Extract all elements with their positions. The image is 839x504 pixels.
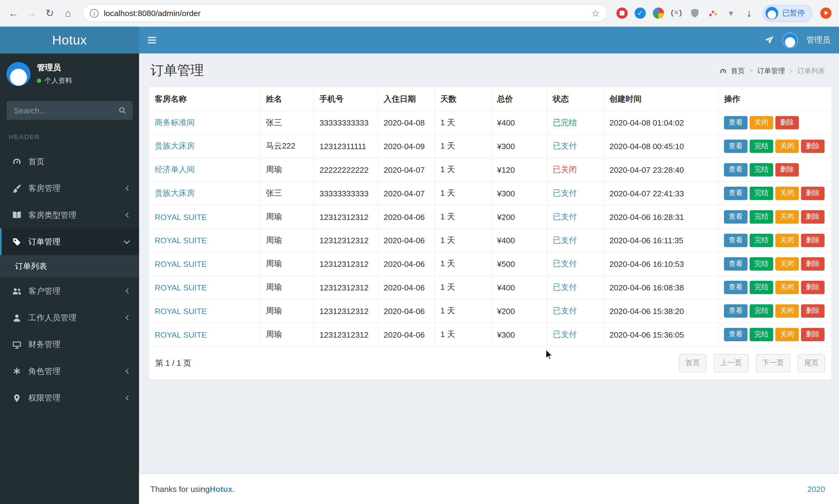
breadcrumb-item[interactable]: 首页: [731, 66, 745, 76]
json-extension-icon[interactable]: {≡}: [667, 4, 685, 22]
guest-name-cell: 马云222: [260, 134, 314, 158]
room-name-link[interactable]: ROYAL SUITE: [155, 283, 207, 292]
sidebar-item-label: 角色管理: [29, 366, 123, 376]
view-button[interactable]: 查看: [724, 328, 748, 341]
back-icon[interactable]: ←: [4, 4, 22, 22]
close-button[interactable]: 关闭: [775, 281, 799, 294]
phone-cell: 12312312312: [314, 323, 378, 346]
delete-button[interactable]: 删除: [801, 257, 824, 270]
footer-year: 2020: [807, 485, 825, 494]
delete-button[interactable]: 删除: [775, 116, 799, 129]
navbar-user-name[interactable]: 管理员: [806, 35, 831, 46]
delete-button[interactable]: 删除: [801, 187, 824, 200]
pagination-last-button[interactable]: 尾页: [798, 354, 825, 372]
footer: Thanks for using Hotux. 2020: [139, 473, 839, 504]
sidebar-subitem-order-list[interactable]: 订单列表: [0, 255, 139, 277]
home-icon[interactable]: ⌂: [59, 4, 77, 22]
breadcrumb-item[interactable]: 订单管理: [757, 66, 785, 76]
actions-cell: 查看完结关闭删除: [718, 229, 832, 252]
finish-button[interactable]: 完结: [750, 257, 773, 270]
delete-button[interactable]: 删除: [775, 163, 799, 176]
breadcrumb-separator: >: [749, 68, 753, 75]
view-button[interactable]: 查看: [724, 304, 748, 318]
room-name-link[interactable]: ROYAL SUITE: [155, 330, 207, 339]
browser-profile-chip[interactable]: 已暂停: [763, 4, 812, 22]
reload-icon[interactable]: ↻: [40, 4, 59, 22]
view-button[interactable]: 查看: [724, 163, 748, 176]
delete-button[interactable]: 删除: [801, 140, 824, 153]
view-button[interactable]: 查看: [724, 140, 748, 153]
view-button[interactable]: 查看: [724, 257, 748, 270]
view-button[interactable]: 查看: [724, 210, 748, 223]
user-avatar[interactable]: [782, 32, 798, 48]
shield-extension-icon[interactable]: [685, 4, 704, 22]
close-button[interactable]: 关闭: [775, 140, 799, 153]
sidebar-item-finance[interactable]: 财务管理: [0, 331, 139, 358]
stats-extension-icon[interactable]: [704, 4, 722, 22]
sidebar-item-permissions[interactable]: 权限管理: [0, 384, 139, 411]
close-button[interactable]: 关闭: [775, 304, 799, 318]
pagination-first-button[interactable]: 首页: [679, 354, 706, 372]
actions-cell: 查看完结关闭删除: [718, 205, 832, 229]
sidebar-item-rooms[interactable]: 客房管理: [0, 175, 139, 201]
room-name-link[interactable]: ROYAL SUITE: [155, 212, 207, 221]
room-name-link[interactable]: 贵族大床房: [155, 188, 195, 197]
room-name-link[interactable]: ROYAL SUITE: [155, 236, 207, 245]
colorful-extension-icon[interactable]: [649, 4, 667, 22]
finish-button[interactable]: 完结: [750, 234, 773, 247]
send-icon[interactable]: [765, 36, 774, 45]
finish-button[interactable]: 完结: [750, 304, 773, 318]
room-name-link[interactable]: 经济单人间: [155, 165, 195, 174]
search-input[interactable]: [6, 106, 112, 115]
site-info-icon[interactable]: i: [90, 9, 99, 17]
close-button[interactable]: 关闭: [775, 187, 799, 200]
view-button[interactable]: 查看: [724, 234, 748, 247]
forward-icon[interactable]: →: [22, 4, 40, 22]
close-button[interactable]: 关闭: [775, 328, 799, 341]
close-button[interactable]: 关闭: [775, 210, 799, 223]
browser-menu-icon[interactable]: [817, 4, 835, 22]
finish-button[interactable]: 完结: [750, 140, 773, 153]
check-extension-icon[interactable]: ✓: [631, 4, 649, 22]
sidebar-toggle-icon[interactable]: [139, 26, 165, 53]
sidebar-item-home[interactable]: 首页: [0, 148, 139, 175]
finish-button[interactable]: 完结: [750, 187, 773, 200]
delete-button[interactable]: 删除: [801, 234, 824, 247]
finish-button[interactable]: 完结: [750, 281, 773, 294]
room-name-link[interactable]: 商务标准间: [155, 118, 195, 127]
view-button[interactable]: 查看: [724, 281, 748, 294]
close-button[interactable]: 关闭: [775, 257, 799, 270]
download-icon[interactable]: ↓: [740, 4, 758, 22]
delete-button[interactable]: 删除: [801, 304, 824, 318]
sidebar-item-orders[interactable]: 订单管理: [0, 229, 139, 255]
profile-link[interactable]: 个人资料: [37, 76, 72, 86]
column-header: 手机号: [314, 87, 378, 111]
sidebar-item-staff[interactable]: 工作人员管理: [0, 304, 139, 331]
delete-button[interactable]: 删除: [801, 210, 824, 223]
footer-brand-link[interactable]: Hotux: [210, 485, 232, 494]
delete-button[interactable]: 删除: [801, 281, 824, 294]
pagination-prev-button[interactable]: 上一页: [714, 354, 748, 372]
brand-logo[interactable]: Hotux: [0, 26, 139, 53]
room-name-link[interactable]: ROYAL SUITE: [155, 259, 207, 268]
room-name-link[interactable]: 贵族大床房: [155, 141, 195, 150]
adblock-extension-icon[interactable]: [612, 4, 631, 22]
address-bar[interactable]: i localhost:8080/admin/order ☆: [82, 4, 607, 22]
sidebar-item-customers[interactable]: 客户管理: [0, 278, 139, 304]
close-button[interactable]: 关闭: [750, 116, 773, 129]
bookmark-star-icon[interactable]: ☆: [591, 7, 600, 19]
search-icon[interactable]: [112, 101, 132, 120]
delete-button[interactable]: 删除: [801, 328, 824, 341]
view-button[interactable]: 查看: [724, 116, 748, 129]
room-name-link[interactable]: ROYAL SUITE: [155, 306, 207, 316]
url-text[interactable]: localhost:8080/admin/order: [104, 8, 587, 18]
sidebar-item-room-types[interactable]: 客房类型管理: [0, 201, 139, 228]
filter-extension-icon[interactable]: ▼: [722, 4, 740, 22]
sidebar-item-roles[interactable]: 角色管理: [0, 358, 139, 384]
finish-button[interactable]: 完结: [750, 328, 773, 341]
finish-button[interactable]: 完结: [750, 210, 773, 223]
close-button[interactable]: 关闭: [775, 234, 799, 247]
finish-button[interactable]: 完结: [750, 163, 773, 176]
view-button[interactable]: 查看: [724, 187, 748, 200]
pagination-next-button[interactable]: 下一页: [756, 354, 790, 372]
